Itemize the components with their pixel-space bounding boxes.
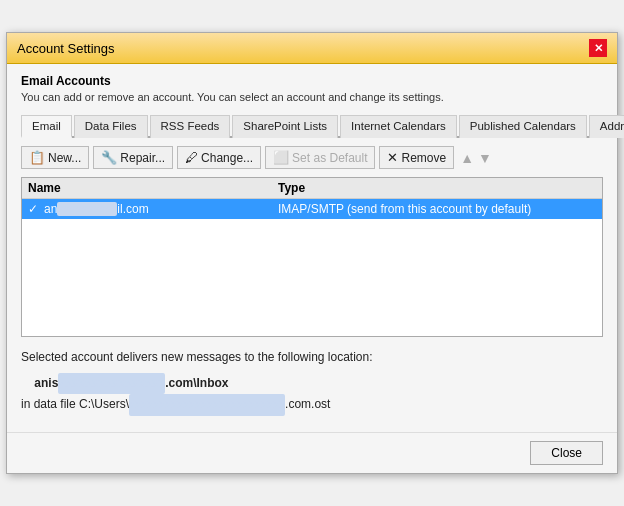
name-blurred: xxxxxxxxxx xyxy=(57,202,117,216)
info-desc: Selected account delivers new messages t… xyxy=(21,347,603,369)
repair-button[interactable]: 🔧 Repair... xyxy=(93,146,173,169)
remove-button[interactable]: ✕ Remove xyxy=(379,146,454,169)
tab-sharepoint[interactable]: SharePoint Lists xyxy=(232,115,338,138)
title-bar: Account Settings ✕ xyxy=(7,33,617,64)
tab-internet-calendars[interactable]: Internet Calendars xyxy=(340,115,457,138)
close-button[interactable]: Close xyxy=(530,441,603,465)
set-default-button[interactable]: ⬜ Set as Default xyxy=(265,146,375,169)
tab-address-books[interactable]: Address Books xyxy=(589,115,624,138)
repair-icon: 🔧 xyxy=(101,150,117,165)
account-settings-dialog: Account Settings ✕ Email Accounts You ca… xyxy=(6,32,618,474)
toolbar: 📋 New... 🔧 Repair... 🖊 Change... ⬜ Set a… xyxy=(21,146,603,169)
tab-published-calendars[interactable]: Published Calendars xyxy=(459,115,587,138)
datafile-blurred: xxxxxxxxxxxxxxxxxxxxxxxxxx xyxy=(129,394,285,416)
account-type: IMAP/SMTP (send from this account by def… xyxy=(278,202,596,216)
check-icon: ✓ xyxy=(28,202,44,216)
table-row[interactable]: ✓ anxxxxxxxxxxil.com IMAP/SMTP (send fro… xyxy=(22,199,602,219)
arrow-up-icon[interactable]: ▲ xyxy=(460,150,474,166)
new-icon: 📋 xyxy=(29,150,45,165)
tab-bar: Email Data Files RSS Feeds SharePoint Li… xyxy=(21,113,603,138)
info-inbox: anisxxxxxxxxxxxxxxxx.com\Inbox xyxy=(21,373,603,395)
dialog-body: Email Accounts You can add or remove an … xyxy=(7,64,617,426)
datafile-suffix: .com.ost xyxy=(285,397,330,411)
arrow-down-icon[interactable]: ▼ xyxy=(478,150,492,166)
inbox-prefix: anis xyxy=(34,376,58,390)
new-label: New... xyxy=(48,151,81,165)
close-x-button[interactable]: ✕ xyxy=(589,39,607,57)
inbox-suffix: .com\Inbox xyxy=(165,376,228,390)
section-desc: You can add or remove an account. You ca… xyxy=(21,91,603,103)
change-label: Change... xyxy=(201,151,253,165)
tab-data-files[interactable]: Data Files xyxy=(74,115,148,138)
dialog-title: Account Settings xyxy=(17,41,115,56)
tab-rss-feeds[interactable]: RSS Feeds xyxy=(150,115,231,138)
info-section: Selected account delivers new messages t… xyxy=(21,347,603,416)
remove-label: Remove xyxy=(401,151,446,165)
inbox-blurred: xxxxxxxxxxxxxxxx xyxy=(58,373,165,395)
set-default-label: Set as Default xyxy=(292,151,367,165)
change-button[interactable]: 🖊 Change... xyxy=(177,146,261,169)
col-type-header: Type xyxy=(278,181,596,195)
section-header: Email Accounts xyxy=(21,74,603,88)
new-button[interactable]: 📋 New... xyxy=(21,146,89,169)
account-name: anxxxxxxxxxxil.com xyxy=(44,202,278,216)
repair-label: Repair... xyxy=(120,151,165,165)
datafile-prefix: in data file C:\Users\ xyxy=(21,397,129,411)
list-header: Name Type xyxy=(22,178,602,199)
footer: Close xyxy=(7,432,617,473)
change-icon: 🖊 xyxy=(185,150,198,165)
remove-icon: ✕ xyxy=(387,150,398,165)
tab-email[interactable]: Email xyxy=(21,115,72,138)
set-default-icon: ⬜ xyxy=(273,150,289,165)
name-prefix: an xyxy=(44,202,57,216)
account-list: Name Type ✓ anxxxxxxxxxxil.com IMAP/SMTP… xyxy=(21,177,603,337)
name-suffix: il.com xyxy=(117,202,148,216)
col-name-header: Name xyxy=(28,181,278,195)
info-datafile: in data file C:\Users\xxxxxxxxxxxxxxxxxx… xyxy=(21,394,603,416)
